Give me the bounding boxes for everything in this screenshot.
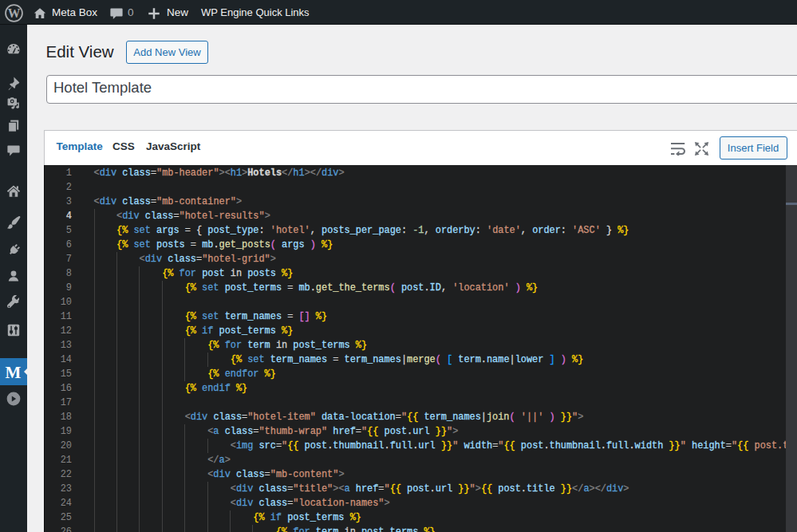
svg-text:W: W bbox=[7, 6, 20, 19]
